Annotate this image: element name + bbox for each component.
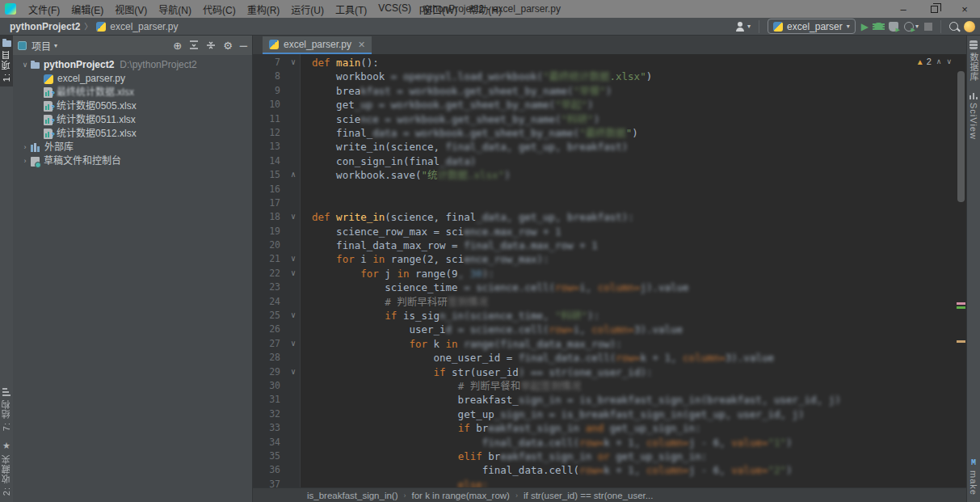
menu-item-0[interactable]: 文件(F) (23, 1, 65, 18)
line-number: 15 (253, 168, 287, 182)
fold-marker-icon[interactable]: ∨ (287, 365, 301, 379)
line-number: 13 (253, 140, 287, 154)
tool-window-button-7-[interactable]: 7: 结构 (0, 383, 13, 436)
breadcrumb-file[interactable]: excel_parser.py (110, 21, 178, 32)
tree-row-file-1[interactable]: 最终统计数据.xlsx (13, 86, 252, 99)
code-line: 31 breakfast_sign_in = is_breakfast_sign… (253, 393, 966, 407)
profiler-button[interactable]: ▾ (904, 22, 919, 32)
menu-item-3[interactable]: 导航(N) (153, 1, 197, 18)
left-tool-strip: 1: 项目 7: 结构★2: 收藏夹 (0, 36, 13, 502)
tool-window-button-SciView[interactable]: SciView (967, 86, 980, 145)
prev-warning-icon[interactable]: ∧ (936, 57, 942, 65)
line-number: 7 (253, 56, 287, 70)
breadcrumb-item-2[interactable]: if str(user_id) == str(one_user... (521, 491, 655, 500)
menu-item-1[interactable]: 编辑(E) (65, 1, 109, 18)
debug-button[interactable] (874, 23, 883, 30)
tool-window-button-2-[interactable]: ★2: 收藏夹 (0, 436, 13, 500)
code-text: final_data_max_row = final_data.max_row … (301, 238, 598, 252)
project-root-path: D:\pythonProject2 (120, 58, 196, 72)
code-line: 16 (253, 183, 966, 196)
menu-item-2[interactable]: 视图(V) (109, 1, 153, 18)
fold-marker-icon[interactable]: ∨ (287, 210, 301, 224)
menu-item-4[interactable]: 代码(C) (197, 1, 242, 18)
next-warning-icon[interactable]: ∨ (946, 57, 952, 65)
tree-row-file-4[interactable]: 统计数据0512.xlsx (13, 127, 252, 141)
tree-row-file-0[interactable]: excel_parser.py (13, 72, 252, 86)
code-text: # 判断早餐和早起签到情况 (301, 379, 581, 393)
tool-window-button-1-[interactable]: 1: 项目 (0, 36, 13, 86)
fold-marker-icon[interactable]: ∨ (287, 309, 301, 323)
tree-row-external-libraries[interactable]: ›外部库 (13, 141, 252, 154)
locate-icon[interactable]: ⊕ (173, 40, 182, 52)
menu-item-5[interactable]: 重构(R) (242, 1, 286, 18)
collapse-all-icon[interactable] (189, 40, 199, 50)
menu-item-7[interactable]: 工具(T) (330, 1, 372, 18)
code-line: 27∨ for k in range(final_data_max_row): (253, 337, 966, 351)
tree-row-scratches[interactable]: ›草稿文件和控制台 (13, 154, 252, 168)
chevron-down-icon: ▾ (747, 23, 751, 30)
inspections-widget[interactable]: ▲2 ∧ ∨ (916, 57, 952, 66)
code-text: science_time = science.cell(row=i, colum… (301, 281, 689, 294)
tool-window-button--[interactable]: 数据库 (967, 36, 980, 86)
menu-item-6[interactable]: 运行(U) (285, 1, 330, 18)
chevron-down-icon: ▾ (915, 23, 919, 30)
tree-row-file-3[interactable]: 统计数据0511.xlsx (13, 113, 252, 127)
fold-marker-icon[interactable]: ∨ (287, 252, 301, 266)
coverage-button[interactable] (889, 22, 898, 32)
chevron-collapsed-icon[interactable]: › (19, 141, 31, 154)
breadcrumbs-bar: is_breakfast_sign_in()›for k in range(ma… (253, 487, 966, 502)
tree-item-label: 外部库 (44, 141, 74, 154)
excel-file-icon (44, 129, 53, 139)
tool-window-button-make[interactable]: Mmake (969, 453, 978, 500)
user-menu[interactable]: ▾ (735, 22, 751, 32)
code-line: 13 write_in(science, final_data, get_up,… (253, 140, 966, 154)
breadcrumb-item-1[interactable]: for k in range(max_row) (410, 491, 512, 500)
gear-icon[interactable]: ⚙ (223, 40, 233, 52)
fold-marker-icon[interactable]: ∧ (287, 168, 301, 182)
code-line: 20 final_data_max_row = final_data.max_r… (253, 238, 966, 252)
run-config-selector[interactable]: excel_parser ▾ (768, 19, 856, 34)
fold-marker-icon[interactable]: ∨ (287, 56, 301, 70)
run-button[interactable]: ▶ (861, 22, 869, 32)
menu-item-8[interactable]: VCS(S) (372, 1, 417, 18)
tool-window-label: 数据库 (967, 53, 980, 82)
tab-excel-parser[interactable]: excel_parser.py ✕ (263, 36, 372, 54)
restore-button[interactable] (919, 0, 949, 18)
code-text: science = workbook.get_sheet_by_name("科研… (301, 112, 599, 126)
code-line: 26 user_id = science.cell(row=i, column=… (253, 323, 966, 336)
chevron-down-icon[interactable]: ▾ (54, 42, 57, 49)
fold-gutter (287, 478, 301, 487)
star-icon: ★ (2, 441, 11, 451)
line-number: 37 (253, 478, 287, 487)
expand-collapse-icon[interactable] (206, 40, 216, 50)
chevron-expanded-icon[interactable]: ∨ (19, 58, 31, 72)
notification-icon[interactable] (964, 21, 975, 32)
tree-row-file-2[interactable]: 统计数据0505.xlsx (13, 99, 252, 113)
code-text: workbook.save("统计数据.xlsx") (301, 168, 511, 182)
file-name: excel_parser.py (57, 72, 125, 86)
file-name: 统计数据0511.xlsx (57, 113, 136, 127)
hide-icon[interactable]: ─ (240, 40, 247, 52)
project-panel-header: 项目 ▾ ⊕ ⚙ ─ (13, 36, 252, 55)
tree-row-root[interactable]: ∨pythonProject2D:\pythonProject2 (13, 58, 252, 72)
scrollbar-thumb[interactable] (957, 71, 965, 202)
chevron-collapsed-icon[interactable]: › (19, 154, 31, 168)
minimize-button[interactable]: – (888, 0, 919, 18)
close-icon[interactable]: ✕ (358, 40, 365, 50)
line-number: 18 (253, 210, 287, 224)
breadcrumb-item-0[interactable]: is_breakfast_sign_in() (305, 491, 401, 500)
search-icon[interactable] (949, 22, 958, 31)
code-editor[interactable]: 7∨def main():8 workbook = openpyxl.load_… (253, 54, 966, 487)
editor-scrollbar[interactable] (956, 54, 966, 487)
fold-marker-icon[interactable]: ∨ (287, 267, 301, 281)
code-line: 10 get_up = workbook.get_sheet_by_name("… (253, 98, 966, 112)
sciview-icon (969, 91, 978, 99)
excel-file-icon (44, 115, 53, 125)
breadcrumb-project[interactable]: pythonProject2 (10, 21, 80, 32)
close-button[interactable]: × (949, 0, 980, 18)
code-text: breakfast = workbook.get_sheet_by_name("… (301, 84, 612, 98)
fold-marker-icon[interactable]: ∨ (287, 337, 301, 351)
scrollbar-mark (957, 340, 965, 343)
line-number: 8 (253, 70, 287, 83)
project-panel-title[interactable]: 项目 (32, 39, 51, 53)
